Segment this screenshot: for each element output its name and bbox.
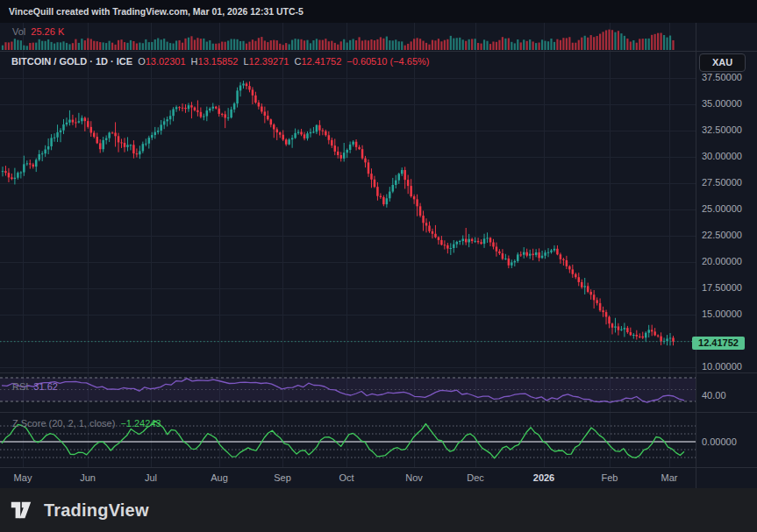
price-tick: 27.50000 xyxy=(702,177,742,188)
zscore-value: −1.24243 xyxy=(120,418,161,429)
zscore-legend: Z Score (20, 2, 1, close)−1.24243 xyxy=(12,418,161,429)
price-tick: 37.50000 xyxy=(702,72,742,82)
low-value: 12.39271 xyxy=(249,56,289,67)
close-value: 12.41752 xyxy=(301,56,341,67)
price-tick: 30.00000 xyxy=(702,151,742,161)
high-label: H xyxy=(191,56,198,67)
volume-legend: Vol25.26 K xyxy=(12,26,64,37)
rsi-axis-tick: 40.00 xyxy=(702,390,726,401)
symbol-legend: BITCOIN / GOLD · 1D · ICEO13.02301H13.15… xyxy=(11,56,429,67)
volume-label: Vol xyxy=(12,26,25,37)
tradingview-chart-page: VinceQuill created with TradingView.com,… xyxy=(0,0,757,532)
time-tick: May xyxy=(14,472,32,483)
rsi-label: RSI xyxy=(12,381,28,392)
time-tick: Jun xyxy=(80,472,96,483)
time-tick: Jul xyxy=(145,472,157,483)
price-tick: 25.00000 xyxy=(702,203,742,214)
symbol-name[interactable]: BITCOIN / GOLD · 1D · ICE xyxy=(11,56,132,67)
chart-canvas[interactable] xyxy=(0,0,757,488)
rsi-legend: RSI31.62 xyxy=(12,381,58,392)
snapshot-title: VinceQuill created with TradingView.com,… xyxy=(9,6,304,17)
price-tick: 20.00000 xyxy=(702,256,742,266)
price-tick: 32.50000 xyxy=(702,124,742,135)
footer: TradingView xyxy=(0,488,757,532)
price-tick: 22.50000 xyxy=(702,230,742,240)
time-tick: Feb xyxy=(602,472,618,483)
price-tick: 15.00000 xyxy=(702,309,742,319)
time-tick: 2026 xyxy=(533,472,554,483)
price-tick: 17.50000 xyxy=(702,282,742,293)
currency-badge[interactable]: XAU xyxy=(699,53,746,72)
open-value: 13.02301 xyxy=(146,56,186,67)
high-value: 13.15852 xyxy=(198,56,239,67)
change-value: −0.60510 (−4.65%) xyxy=(346,56,429,67)
snapshot-header: VinceQuill created with TradingView.com,… xyxy=(0,0,757,23)
zscore-axis-tick: 0.00000 xyxy=(702,436,737,447)
time-tick: Sep xyxy=(274,472,291,483)
tradingview-logo-icon[interactable] xyxy=(10,501,32,519)
time-tick: Aug xyxy=(211,472,228,483)
zscore-label: Z Score (20, 2, 1, close) xyxy=(12,418,115,429)
volume-value: 25.26 K xyxy=(31,26,64,37)
time-tick: Dec xyxy=(467,472,484,483)
time-tick: Mar xyxy=(661,472,678,483)
price-tick: 10.00000 xyxy=(702,361,742,372)
tradingview-wordmark[interactable]: TradingView xyxy=(44,500,149,521)
price-tick: 35.00000 xyxy=(702,98,742,109)
time-tick: Nov xyxy=(405,472,423,483)
last-price-tag: 12.41752 xyxy=(692,337,745,350)
rsi-value: 31.62 xyxy=(33,381,58,392)
time-tick: Oct xyxy=(339,472,354,483)
open-label: O xyxy=(138,56,146,67)
